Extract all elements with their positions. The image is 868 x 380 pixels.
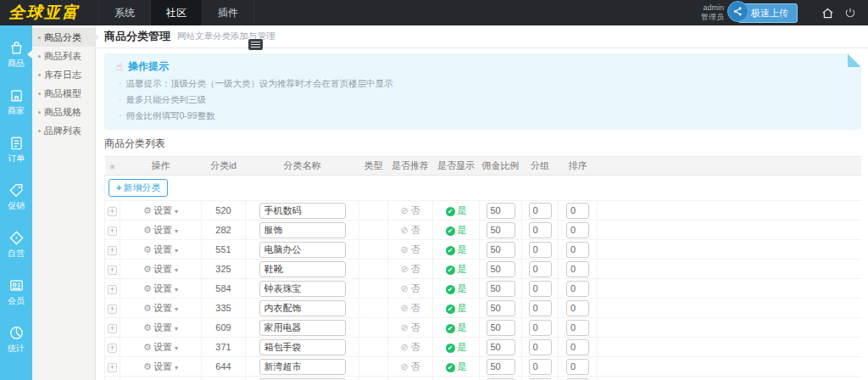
sidebar-item-6[interactable]: 会员 (0, 268, 32, 316)
show-status[interactable]: ✔是 (433, 240, 480, 260)
submenu-item-2[interactable]: 商品列表 (32, 47, 95, 65)
show-status[interactable]: ✔是 (433, 221, 480, 240)
expand-icon[interactable]: + (108, 363, 117, 372)
sidebar-item-4[interactable]: 促销 (0, 173, 32, 221)
expand-icon[interactable]: + (108, 344, 117, 353)
bullet-dot (38, 92, 41, 95)
sort-input[interactable] (566, 203, 589, 219)
add-category-button[interactable]: +新增分类 (108, 179, 168, 197)
recommend-status[interactable]: ⊘否 (388, 338, 433, 357)
topmenu-item-1[interactable]: 系统 (98, 0, 150, 25)
sidebar-item-2[interactable]: 商家 (0, 78, 32, 126)
sidebar-item-7[interactable]: 统计 (0, 316, 32, 363)
commission-input[interactable] (487, 320, 515, 336)
category-name-input[interactable] (259, 320, 346, 336)
settings-dropdown[interactable]: ⚙设置▾ (143, 225, 178, 235)
show-status[interactable]: ✔是 (433, 338, 480, 357)
power-icon[interactable] (844, 7, 856, 19)
category-name-input[interactable] (259, 339, 346, 355)
group-input[interactable] (529, 203, 552, 219)
category-name-input[interactable] (259, 359, 346, 375)
show-status[interactable]: ✔是 (433, 260, 480, 279)
recommend-status[interactable]: ⊘否 (388, 357, 433, 377)
commission-input[interactable] (487, 339, 515, 355)
sort-input[interactable] (566, 261, 589, 277)
sort-input[interactable] (566, 300, 589, 316)
recommend-status[interactable]: ⊘否 (388, 299, 433, 318)
settings-dropdown[interactable]: ⚙设置▾ (143, 283, 178, 293)
submenu-item-1[interactable]: 商品分类 (32, 28, 95, 47)
expand-icon[interactable]: + (108, 285, 117, 294)
sort-input[interactable] (566, 222, 589, 238)
group-input[interactable] (529, 222, 552, 238)
category-name-input[interactable] (259, 242, 346, 258)
category-name-input[interactable] (259, 300, 346, 316)
sidebar-item-3[interactable]: 订单 (0, 126, 32, 173)
expand-icon[interactable]: + (108, 207, 117, 216)
sidebar-item-1[interactable]: 商品 (0, 31, 32, 78)
home-icon[interactable] (821, 7, 834, 20)
settings-dropdown[interactable]: ⚙设置▾ (143, 361, 178, 372)
submenu-item-label: 品牌列表 (44, 125, 81, 137)
settings-dropdown[interactable]: ⚙设置▾ (143, 205, 178, 215)
expand-icon[interactable]: + (108, 226, 117, 236)
show-status[interactable]: ✔是 (433, 279, 480, 299)
commission-input[interactable] (487, 359, 515, 375)
commission-input[interactable] (487, 222, 515, 238)
commission-input[interactable] (487, 261, 515, 277)
settings-dropdown[interactable]: ⚙设置▾ (143, 303, 178, 313)
category-name-input[interactable] (259, 281, 346, 297)
group-input[interactable] (529, 300, 552, 316)
show-status[interactable]: ✔是 (433, 357, 480, 377)
expand-icon[interactable]: + (108, 305, 117, 314)
expand-icon[interactable]: + (108, 324, 117, 333)
recommend-status[interactable]: ⊘否 (388, 221, 433, 240)
submenu-item-4[interactable]: 商品模型 (32, 84, 95, 103)
group-input[interactable] (529, 281, 552, 297)
sidebar-item-5[interactable]: 自营 (0, 221, 32, 268)
commission-input[interactable] (487, 281, 515, 297)
group-input[interactable] (529, 242, 552, 258)
topmenu-item-2[interactable]: 社区 (150, 0, 202, 25)
submenu-item-5[interactable]: 商品规格 (32, 103, 95, 121)
submenu-item-6[interactable]: 品牌列表 (32, 121, 95, 140)
recommend-status[interactable]: ⊘否 (388, 279, 433, 299)
commission-input[interactable] (487, 300, 515, 316)
submenu-item-3[interactable]: 库存日志 (32, 65, 95, 84)
topmenu-item-3[interactable]: 插件 (202, 0, 254, 25)
show-status[interactable]: ✔是 (433, 318, 480, 338)
quick-upload-button[interactable]: 极速上传 (737, 3, 798, 23)
sort-input[interactable] (566, 320, 589, 336)
expand-icon[interactable]: + (108, 265, 117, 275)
sort-input[interactable] (566, 339, 589, 355)
expand-icon[interactable]: + (108, 246, 117, 255)
recommend-status[interactable]: ⊘否 (388, 377, 433, 380)
settings-dropdown[interactable]: ⚙设置▾ (143, 244, 178, 254)
show-status[interactable]: ✔是 (433, 377, 480, 380)
show-status[interactable]: ✔是 (433, 299, 480, 318)
recommend-status[interactable]: ⊘否 (388, 240, 433, 260)
sort-input[interactable] (566, 281, 589, 297)
category-name-input[interactable] (259, 261, 346, 277)
user-info[interactable]: admin 管理员 (701, 3, 724, 22)
settings-dropdown[interactable]: ⚙设置▾ (143, 322, 178, 332)
recommend-status[interactable]: ⊘否 (388, 318, 433, 338)
group-input[interactable] (529, 261, 552, 277)
settings-dropdown[interactable]: ⚙设置▾ (143, 264, 178, 274)
category-name-input[interactable] (259, 203, 346, 219)
commission-input[interactable] (487, 242, 515, 258)
group-input[interactable] (529, 320, 552, 336)
settings-dropdown[interactable]: ⚙设置▾ (143, 342, 178, 352)
group-input[interactable] (529, 359, 552, 375)
show-status[interactable]: ✔是 (433, 201, 480, 221)
commission-input[interactable] (487, 203, 515, 219)
sidebar-toggle-icon[interactable] (248, 39, 263, 50)
sort-input[interactable] (566, 242, 589, 258)
chevron-down-icon: ▾ (175, 344, 178, 352)
sort-input[interactable] (566, 359, 589, 375)
category-name-input[interactable] (259, 222, 346, 238)
bullet-dot (38, 36, 41, 39)
group-input[interactable] (529, 339, 552, 355)
recommend-status[interactable]: ⊘否 (388, 201, 433, 221)
recommend-status[interactable]: ⊘否 (388, 260, 433, 279)
